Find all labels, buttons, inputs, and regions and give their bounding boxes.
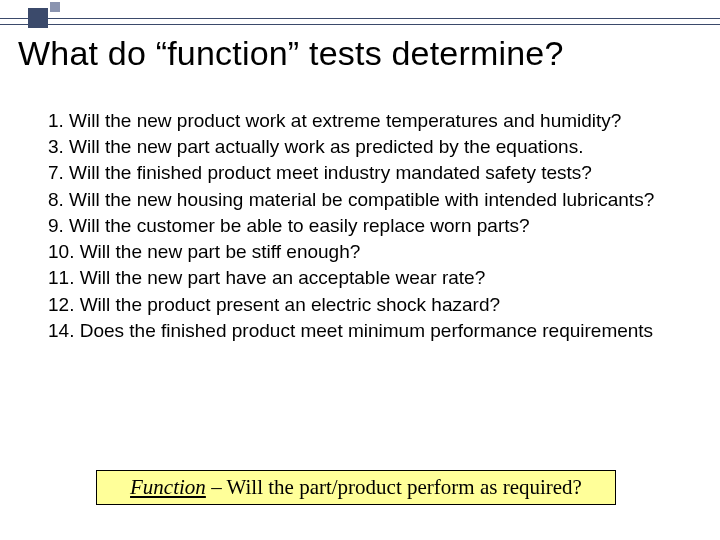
question-item: 11. Will the new part have an acceptable… [48,265,680,291]
question-item: 8. Will the new housing material be comp… [48,187,680,213]
rule-line [0,24,720,25]
question-item: 7. Will the finished product meet indust… [48,160,680,186]
square-accent-icon [50,2,60,12]
slide-decoration [0,0,720,30]
rule-line [0,18,720,19]
question-item: 1. Will the new product work at extreme … [48,108,680,134]
question-item: 12. Will the product present an electric… [48,292,680,318]
question-item: 10. Will the new part be stiff enough? [48,239,680,265]
slide-title: What do “function” tests determine? [18,34,702,73]
callout-lead: Function [130,475,206,499]
question-item: 9. Will the customer be able to easily r… [48,213,680,239]
question-item: 14. Does the finished product meet minim… [48,318,680,344]
question-list: 1. Will the new product work at extreme … [48,108,680,344]
callout-rest: – Will the part/product perform as requi… [206,475,582,499]
square-accent-icon [28,8,48,28]
question-item: 3. Will the new part actually work as pr… [48,134,680,160]
summary-callout: Function – Will the part/product perform… [96,470,616,505]
